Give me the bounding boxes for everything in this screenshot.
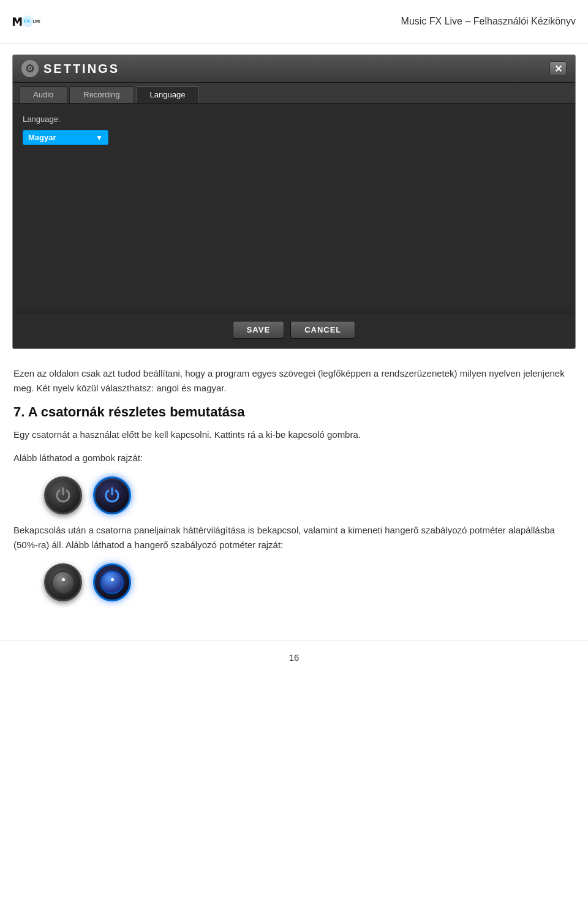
section-paragraph3: Bekapcsolás után a csatorna paneljainak … xyxy=(13,523,575,552)
dialog-content: Language: Magyar ▼ xyxy=(13,103,575,312)
page-header: FX LIVE Music FX Live – Felhasználói Kéz… xyxy=(0,0,588,43)
page-number: 16 xyxy=(289,652,300,663)
knob-on xyxy=(93,563,131,601)
language-label: Language: xyxy=(23,115,60,124)
knob-off xyxy=(44,563,82,601)
language-form-row: Language: xyxy=(23,115,565,124)
page-number-bar: 16 xyxy=(0,641,588,668)
power-on-icon xyxy=(102,486,122,505)
chevron-down-icon: ▼ xyxy=(96,134,103,142)
main-content: Ezen az oldalon csak azt tudod beállítan… xyxy=(0,360,588,628)
dialog-title-text: Settings xyxy=(43,62,119,76)
intro-paragraph: Ezen az oldalon csak azt tudod beállítan… xyxy=(13,366,575,396)
tab-audio[interactable]: Audio xyxy=(19,86,67,103)
section-paragraph2: Alább láthatod a gombok rajzát: xyxy=(13,451,575,465)
section-paragraph1: Egy csatornát a használat előtt be kell … xyxy=(13,427,575,442)
power-button-off xyxy=(44,476,82,514)
language-dropdown[interactable]: Magyar ▼ xyxy=(23,130,108,145)
dialog-titlebar: ⚙ Settings ✕ xyxy=(13,55,575,83)
power-buttons-illustration xyxy=(44,476,575,514)
dialog-title-left: ⚙ Settings xyxy=(21,60,119,77)
knob-inner-on xyxy=(100,571,124,594)
page-title: Music FX Live – Felhasználói Kézikönyv xyxy=(401,16,576,27)
tab-recording[interactable]: Recording xyxy=(69,86,134,103)
knob-inner-off xyxy=(51,571,75,594)
gear-icon: ⚙ xyxy=(21,60,39,77)
save-button[interactable]: Save xyxy=(233,321,284,339)
power-button-on xyxy=(93,476,131,514)
section-heading: 7. A csatornák részletes bemutatása xyxy=(13,404,575,420)
svg-marker-0 xyxy=(13,17,22,26)
knob-dot-off xyxy=(62,578,65,581)
cancel-button[interactable]: Cancel xyxy=(290,321,355,339)
dialog-footer: Save Cancel xyxy=(13,312,575,348)
logo-area: FX LIVE xyxy=(12,6,43,37)
svg-text:LIVE: LIVE xyxy=(33,20,40,24)
logo-icon: FX LIVE xyxy=(12,6,43,37)
language-dropdown-row: Magyar ▼ xyxy=(23,130,565,145)
knob-dot-on xyxy=(111,578,114,581)
language-dropdown-value: Magyar xyxy=(28,133,56,142)
power-off-icon xyxy=(53,486,73,505)
tab-language[interactable]: Language xyxy=(136,86,200,103)
screenshot-container: ⚙ Settings ✕ Audio Recording Language La… xyxy=(12,55,576,349)
knob-illustration xyxy=(44,563,575,601)
section-title: A csatornák részletes bemutatása xyxy=(28,404,245,419)
section-number: 7. xyxy=(13,404,24,419)
svg-text:FX: FX xyxy=(24,19,30,24)
close-button[interactable]: ✕ xyxy=(549,61,567,76)
dialog-tabs: Audio Recording Language xyxy=(13,83,575,103)
settings-dialog: ⚙ Settings ✕ Audio Recording Language La… xyxy=(13,55,575,348)
